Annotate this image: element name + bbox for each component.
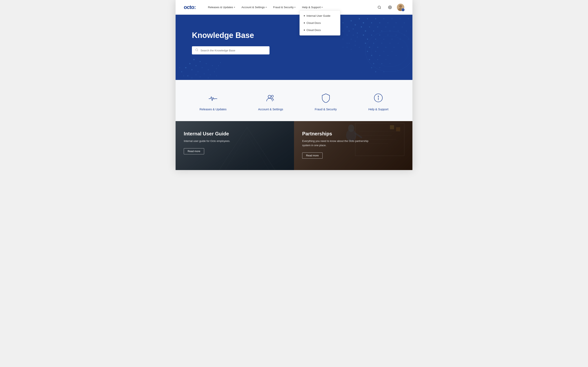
nav-item-account[interactable]: Account & Settings ▾ (239, 4, 269, 10)
svg-point-43 (404, 22, 405, 23)
svg-point-109 (351, 49, 352, 50)
bullet-icon (304, 15, 305, 16)
users-icon (265, 92, 277, 104)
card-1-content: Internal User Guide Internal user guide … (176, 121, 294, 164)
search-button[interactable] (376, 4, 383, 11)
svg-point-47 (369, 26, 370, 27)
dropdown-item-cloud-docs-2[interactable]: Cloud Docs (300, 26, 340, 34)
svg-point-49 (377, 26, 378, 27)
svg-point-128 (196, 49, 198, 51)
category-account[interactable]: Account & Settings (258, 92, 283, 111)
svg-point-87 (396, 55, 397, 56)
svg-point-107 (349, 43, 350, 44)
category-releases[interactable]: Releases & Updates (199, 92, 226, 111)
svg-point-53 (394, 26, 394, 27)
svg-point-39 (388, 22, 388, 23)
svg-point-29 (179, 67, 180, 68)
navbar: octo: Releases & Updates ▾ Account & Set… (176, 0, 412, 15)
nav-item-releases[interactable]: Releases & Updates ▾ (206, 4, 237, 10)
svg-point-51 (385, 26, 386, 27)
svg-point-90 (377, 59, 378, 60)
card-2-read-more-button[interactable]: Read more (302, 152, 323, 159)
categories-section: Releases & Updates Account & Settings (176, 80, 412, 121)
svg-point-11 (200, 61, 201, 62)
svg-point-84 (383, 51, 384, 52)
svg-point-41 (396, 22, 397, 23)
category-fraud-label: Fraud & Security (315, 108, 337, 111)
svg-point-88 (369, 59, 370, 60)
svg-point-23 (214, 71, 215, 72)
svg-point-118 (343, 47, 343, 48)
svg-point-91 (381, 63, 382, 64)
settings-button[interactable] (386, 4, 394, 11)
svg-point-14 (206, 63, 207, 64)
svg-point-20 (196, 75, 196, 75)
dropdown-item-cloud-docs-1[interactable]: Cloud Docs (300, 19, 340, 26)
svg-point-117 (347, 43, 347, 44)
svg-point-74 (381, 43, 382, 44)
search-icon (195, 48, 199, 52)
svg-point-27 (181, 71, 182, 72)
svg-point-4 (399, 5, 402, 8)
svg-point-100 (353, 29, 354, 30)
card-1-title: Internal User Guide (184, 131, 286, 137)
svg-point-8 (193, 59, 195, 60)
logo[interactable]: octo: (184, 4, 196, 10)
svg-point-89 (373, 63, 374, 64)
card-partnerships: Partnerships Everything you need to know… (294, 121, 412, 170)
chevron-down-icon: ▾ (294, 6, 295, 8)
svg-point-69 (408, 39, 409, 40)
nav-links: Releases & Updates ▾ Account & Settings … (206, 4, 376, 10)
category-help[interactable]: Help & Support (368, 92, 388, 111)
svg-point-113 (347, 26, 348, 27)
svg-point-16 (208, 69, 209, 70)
svg-point-57 (410, 26, 411, 27)
card-2-title: Partnerships (302, 131, 404, 137)
nav-icons: 0 (376, 4, 404, 11)
chevron-down-icon: ▾ (266, 6, 267, 8)
svg-point-54 (398, 31, 398, 31)
svg-point-37 (379, 22, 380, 24)
svg-point-38 (383, 18, 384, 19)
dropdown-item-internal-guide[interactable]: Internal User Guide (300, 12, 340, 19)
category-fraud[interactable]: Fraud & Security (315, 92, 337, 111)
nav-item-fraud[interactable]: Fraud & Security ▾ (271, 4, 298, 10)
svg-point-33 (363, 22, 364, 24)
svg-point-7 (189, 63, 190, 64)
page-wrapper: octo: Releases & Updates ▾ Account & Set… (176, 0, 412, 170)
svg-point-31 (216, 75, 217, 76)
svg-point-78 (398, 43, 398, 44)
svg-point-34 (367, 18, 368, 19)
search-bar (192, 46, 269, 54)
svg-point-36 (375, 18, 376, 19)
svg-point-42 (400, 18, 401, 19)
svg-point-73 (377, 47, 378, 48)
svg-point-93 (389, 63, 390, 64)
svg-point-45 (361, 26, 362, 27)
svg-point-17 (212, 65, 213, 66)
chevron-down-icon: ▾ (234, 6, 235, 8)
svg-point-71 (369, 47, 370, 48)
shield-icon (320, 92, 332, 104)
svg-point-80 (367, 51, 368, 52)
svg-point-70 (365, 43, 366, 44)
user-avatar[interactable]: 0 (397, 4, 404, 11)
search-input[interactable] (200, 49, 266, 52)
bullet-icon (304, 22, 305, 24)
svg-point-9 (191, 69, 192, 70)
nav-item-help[interactable]: Help & Support ▾ Internal User Guide Clo… (300, 4, 325, 10)
svg-point-10 (196, 65, 197, 66)
svg-point-28 (183, 75, 184, 76)
svg-point-22 (210, 75, 211, 75)
svg-point-111 (359, 47, 360, 48)
card-internal-guide: Internal User Guide Internal user guide … (176, 121, 294, 170)
svg-point-56 (406, 31, 407, 31)
chevron-down-icon: ▾ (321, 6, 323, 8)
svg-point-97 (383, 71, 384, 72)
svg-point-18 (187, 75, 189, 76)
svg-point-40 (392, 18, 392, 19)
card-1-read-more-button[interactable]: Read more (184, 148, 204, 154)
hero-title: Knowledge Base (192, 31, 396, 40)
svg-point-35 (371, 22, 372, 24)
card-2-desc: Everything you need to know about the Oc… (302, 139, 372, 148)
